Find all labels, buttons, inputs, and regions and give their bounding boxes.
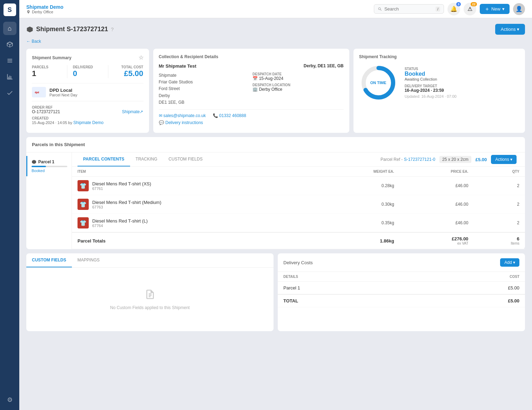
tracking-content: ON TIME STATUS Booked Awaiting Collectio… <box>359 63 519 102</box>
topbar-right: / 🔔 3 ⚠ 22 New ▾ 👤 <box>374 3 525 15</box>
col-qty: QTY <box>474 167 525 177</box>
delivery-instructions-link[interactable]: 💬 Delivery instructions <box>159 120 344 125</box>
summary-cards: Shipment Summary ☆ PARCELS 1 DELIVERED 0 <box>26 49 525 133</box>
totals-price: £276.00 ex VAT <box>400 232 474 249</box>
sidebar-item-settings[interactable]: ⚙ <box>3 393 16 406</box>
items-table: ITEM WEIGHT EA. PRICE EA. QTY 👕 <box>72 167 525 249</box>
app-logo: S <box>4 4 16 16</box>
parcel-status: Booked <box>32 169 67 173</box>
order-link[interactable]: Shipmate↗ <box>122 109 143 114</box>
col-weight: WEIGHT EA. <box>317 167 400 177</box>
shipment-icon <box>26 26 33 33</box>
tab-mappings[interactable]: MAPPINGS <box>72 253 105 267</box>
custom-fields-empty: No Custom Fields applied to this Shipmen… <box>26 268 274 331</box>
parcels-section-header: Parcels in this Shipment <box>26 137 525 152</box>
parcel-content: PARCEL CONTENTS TRACKING CUSTOM FIELDS P… <box>72 152 525 249</box>
shipment-summary-card: Shipment Summary ☆ PARCELS 1 DELIVERED 0 <box>26 49 149 133</box>
item-icon: 👕 <box>78 199 89 210</box>
carrier-logo: dpd <box>32 87 46 97</box>
dispatch-info: DESPATCH DATE 📅 15-Aug-2024 DESPATCH LOC… <box>252 72 344 106</box>
alerts-badge: 22 <box>471 2 477 6</box>
favorite-icon[interactable]: ☆ <box>139 54 143 61</box>
sidebar-item-shipments[interactable] <box>3 38 16 51</box>
custom-fields-card: CUSTOM FIELDS MAPPINGS No Custom Fields … <box>26 253 274 331</box>
totals-label: Parcel Totals <box>72 232 317 249</box>
sidebar-item-orders[interactable] <box>3 54 16 67</box>
totals-qty: 6 Items <box>474 232 525 249</box>
actions-button[interactable]: Actions ▾ <box>495 24 525 35</box>
address-grid: Shipmate Friar Gate Studios Ford Street … <box>159 72 344 110</box>
order-ref-row: ORDER REF O-1723727121 Shipmate↗ <box>32 105 143 114</box>
bottom-grid: CUSTOM FIELDS MAPPINGS No Custom Fields … <box>26 253 525 331</box>
created-row: CREATED 15-Aug-2024 · 14:05 by Shipmate … <box>32 116 143 125</box>
search-icon <box>378 7 382 12</box>
sidebar-item-reports[interactable] <box>3 86 16 100</box>
item-weight: 0.35kg <box>317 214 400 233</box>
tab-tracking[interactable]: TRACKING <box>130 152 163 166</box>
page-title: Shipment S-1723727121 <box>36 26 108 33</box>
tab-custom-fields[interactable]: CUSTOM FIELDS <box>163 152 208 166</box>
tracking-status: STATUS Booked Awaiting Collection DELIVE… <box>405 67 457 98</box>
cost-value: £5.00 <box>415 282 525 295</box>
item-icon: 👕 <box>78 180 89 191</box>
parcel-list-item[interactable]: Parcel 1 Booked <box>26 156 72 176</box>
tracking-card: Shipment Tracking ON TIME STATUS Booked … <box>353 49 525 133</box>
search-box[interactable]: / <box>374 4 444 14</box>
delivery-costs-header: Delivery Costs Add ▾ <box>278 253 525 272</box>
parcels-stat: PARCELS 1 <box>32 65 61 78</box>
empty-state-text: No Custom Fields applied to this Shipmen… <box>110 305 190 310</box>
parcels-body: Parcel 1 Booked PARCEL CONTENTS TRACKING… <box>26 152 525 249</box>
tab-parcel-contents[interactable]: PARCEL CONTENTS <box>78 152 130 166</box>
item-price: £46.00 <box>400 177 474 195</box>
recipient-row: Mr Shipmate Test Derby, DE1 1EE, GB <box>159 63 344 69</box>
topbar: Shipmate Demo Derby Office / 🔔 3 ⚠ 22 <box>19 0 532 18</box>
parcels-section: Parcels in this Shipment Parcel 1 Booked <box>26 137 525 249</box>
dpd-logo: dpd <box>34 89 44 96</box>
sidebar-item-home[interactable]: ⌂ <box>3 22 16 35</box>
summary-card-header: Shipment Summary ☆ <box>32 54 143 61</box>
table-row: 👕 Diesel Mens Red T-shirt (Medium) 67763… <box>72 195 525 214</box>
alerts-button[interactable]: ⚠ 22 <box>464 3 476 15</box>
new-button[interactable]: New ▾ <box>480 4 510 14</box>
parcel-list: Parcel 1 Booked <box>26 152 72 249</box>
tracking-donut: ON TIME <box>359 63 398 102</box>
address-lines: Shipmate Friar Gate Studios Ford Street … <box>159 72 250 106</box>
col-price: PRICE EA. <box>400 167 474 177</box>
add-cost-button[interactable]: Add ▾ <box>500 258 519 267</box>
item-qty: 2 <box>474 177 525 195</box>
costs-total-row: TOTAL £5.00 <box>278 294 525 307</box>
main-content: Shipmate Demo Derby Office / 🔔 3 ⚠ 22 <box>19 0 532 410</box>
tab-custom-fields-main[interactable]: CUSTOM FIELDS <box>26 253 72 267</box>
item-price: £46.00 <box>400 195 474 214</box>
parcel-dims: 25 x 20 x 2cm <box>439 156 471 163</box>
cost-row: Parcel 1 £5.00 <box>278 282 525 295</box>
new-icon <box>485 7 490 12</box>
contact-row: ✉ sales@shipmate.co.uk 📞 01332 460888 <box>159 113 344 118</box>
sidebar-item-analytics[interactable] <box>3 70 16 83</box>
brand-sub: Derby Office <box>26 10 63 14</box>
item-price: £46.00 <box>400 214 474 233</box>
created-user-link[interactable]: Shipmate Demo <box>73 120 103 125</box>
brand-name: Shipmate Demo <box>26 4 63 10</box>
parcel-item-name: Parcel 1 <box>32 159 67 164</box>
help-icon[interactable]: ? <box>111 27 114 32</box>
svg-text:dpd: dpd <box>35 91 39 94</box>
parcel-price: £5.00 <box>476 157 487 162</box>
parcel-actions-button[interactable]: Actions ▾ <box>491 155 517 164</box>
item-weight: 0.28kg <box>317 177 400 195</box>
costs-cost-header: COST <box>415 272 525 282</box>
item-icon: 👕 <box>78 217 89 228</box>
parcel-tabs: PARCEL CONTENTS TRACKING CUSTOM FIELDS P… <box>72 152 525 167</box>
brand: Shipmate Demo Derby Office <box>26 4 63 14</box>
total-cost-stat: TOTAL COST £5.00 <box>114 65 143 78</box>
total-value: £5.00 <box>415 294 525 307</box>
empty-icon <box>144 289 156 302</box>
phone-link[interactable]: 📞 01332 460888 <box>213 113 246 118</box>
search-input[interactable] <box>384 6 433 12</box>
avatar-button[interactable]: 👤 <box>513 3 525 15</box>
delivery-costs-card: Delivery Costs Add ▾ DETAILS COST Parcel… <box>278 253 525 331</box>
back-link[interactable]: ← Back <box>26 39 525 44</box>
parcel-icon <box>32 159 36 164</box>
notifications-button[interactable]: 🔔 3 <box>447 3 460 15</box>
email-link[interactable]: ✉ sales@shipmate.co.uk <box>159 113 206 118</box>
